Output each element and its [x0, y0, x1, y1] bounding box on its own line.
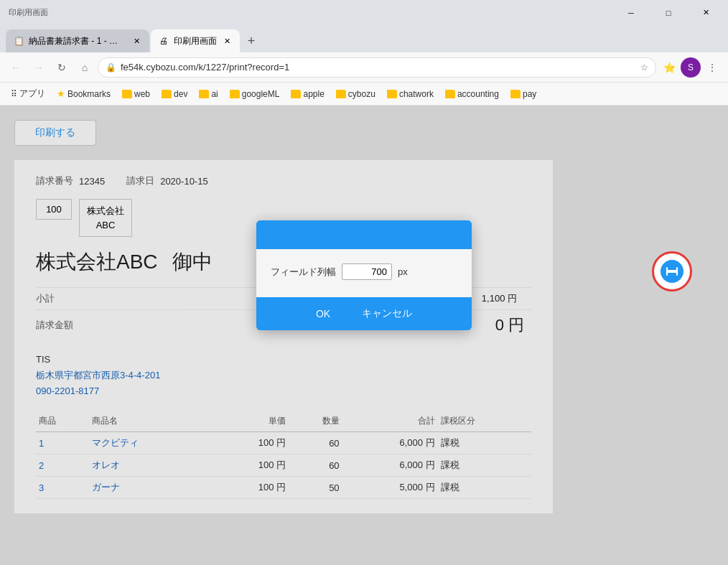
bookmark-googleml[interactable]: googleML — [225, 87, 285, 101]
svg-rect-1 — [666, 267, 668, 276]
menu-button[interactable]: ⋮ — [702, 57, 722, 78]
bookmarks-bar: ⠿ アプリ ★ Bookmarks web dev ai googleML ap… — [0, 83, 728, 106]
modal-ok-button[interactable]: OK — [307, 304, 339, 323]
bookmark-chatwork[interactable]: chatwork — [382, 87, 439, 101]
bookmark-web-label: web — [134, 89, 150, 99]
folder-icon-web — [122, 90, 132, 98]
window-controls: ─ □ ✕ — [615, 0, 722, 25]
bookmark-ai-label: ai — [211, 89, 218, 99]
folder-icon-cybozu — [336, 90, 346, 98]
svg-rect-0 — [666, 270, 678, 273]
bookmark-apps[interactable]: ⠿ アプリ — [6, 85, 50, 102]
bookmark-accounting-label: accounting — [457, 89, 499, 99]
apps-icon: ⠿ — [11, 89, 17, 99]
extensions-button[interactable]: ⭐ — [659, 57, 679, 78]
address-bar[interactable]: 🔒 fe54k.cybozu.com/k/1227/print?record=1… — [98, 57, 656, 78]
svg-rect-2 — [676, 267, 678, 276]
bookmark-cybozu[interactable]: cybozu — [331, 87, 381, 101]
tab-print[interactable]: 🖨 印刷用画面 ✕ — [151, 29, 240, 52]
modal-px-label: px — [398, 266, 408, 277]
bookmark-apps-label: アプリ — [19, 88, 45, 100]
maximize-button[interactable]: □ — [652, 0, 685, 25]
bookmark-dev-label: dev — [174, 89, 187, 99]
column-width-icon — [661, 260, 683, 283]
bookmark-apple-label: apple — [303, 89, 324, 99]
tab-icon-print: 🖨 — [158, 35, 169, 47]
tab-bar: 📋 納品書兼請求書 - 1 - レコードの詳... ✕ 🖨 印刷用画面 ✕ + — [0, 25, 728, 52]
title-bar: 印刷用画面 ─ □ ✕ — [0, 0, 728, 25]
modal-field-row: フィールド列幅 px — [271, 263, 457, 280]
bookmark-cybozu-label: cybozu — [348, 89, 375, 99]
nav-actions: ⭐ S ⋮ — [659, 57, 722, 78]
modal-cancel-button[interactable]: キャンセル — [353, 304, 421, 323]
bookmark-dev[interactable]: dev — [157, 87, 192, 101]
modal-title-bar — [256, 220, 472, 249]
home-button[interactable]: ⌂ — [75, 57, 95, 78]
folder-icon-ai — [199, 90, 209, 98]
modal-body: フィールド列幅 px — [256, 249, 472, 297]
column-width-float-button[interactable] — [652, 251, 692, 291]
modal-overlay: フィールド列幅 px OK キャンセル — [0, 106, 728, 565]
tab-icon-invoice: 📋 — [13, 35, 24, 47]
modal-field-label: フィールド列幅 — [271, 266, 336, 279]
column-width-modal: フィールド列幅 px OK キャンセル — [256, 220, 472, 330]
modal-width-input[interactable] — [342, 263, 392, 280]
bookmark-web[interactable]: web — [117, 87, 155, 101]
star-bookmark-icon: ★ — [57, 88, 65, 99]
star-icon[interactable]: ☆ — [640, 62, 648, 73]
bookmark-googleml-label: googleML — [242, 89, 280, 99]
lock-icon: 🔒 — [106, 62, 116, 73]
address-text: fe54k.cybozu.com/k/1227/print?record=1 — [121, 62, 636, 73]
bookmark-pay-label: pay — [523, 89, 536, 99]
bookmark-ai[interactable]: ai — [194, 87, 223, 101]
modal-buttons: OK キャンセル — [256, 297, 472, 330]
tab-invoice[interactable]: 📋 納品書兼請求書 - 1 - レコードの詳... ✕ — [6, 29, 149, 52]
title-text: 印刷用画面 — [9, 7, 48, 18]
bookmark-bookmarks-label: Bookmarks — [67, 89, 111, 99]
close-button[interactable]: ✕ — [689, 0, 722, 25]
bookmark-apple[interactable]: apple — [286, 87, 329, 101]
tab-close-print[interactable]: ✕ — [221, 35, 233, 47]
profile-button[interactable]: S — [681, 57, 701, 78]
folder-icon-dev — [162, 90, 172, 98]
refresh-button[interactable]: ↻ — [52, 57, 72, 78]
folder-icon-accounting — [445, 90, 455, 98]
folder-icon-chatwork — [387, 90, 397, 98]
tab-label-print: 印刷用画面 — [174, 35, 217, 47]
back-button[interactable]: ← — [6, 57, 26, 78]
folder-icon-pay — [510, 90, 521, 98]
new-tab-button[interactable]: + — [241, 31, 261, 51]
bookmark-pay[interactable]: pay — [505, 87, 541, 101]
folder-icon-apple — [291, 90, 301, 98]
minimize-button[interactable]: ─ — [615, 0, 648, 25]
bookmark-chatwork-label: chatwork — [399, 89, 434, 99]
bookmark-bookmarks[interactable]: ★ Bookmarks — [52, 86, 116, 101]
forward-button[interactable]: → — [29, 57, 49, 78]
bookmark-accounting[interactable]: accounting — [440, 87, 504, 101]
tab-close-invoice[interactable]: ✕ — [131, 35, 142, 47]
nav-bar: ← → ↻ ⌂ 🔒 fe54k.cybozu.com/k/1227/print?… — [0, 52, 728, 83]
tab-label-invoice: 納品書兼請求書 - 1 - レコードの詳... — [29, 35, 126, 47]
folder-icon-googleml — [230, 90, 240, 98]
